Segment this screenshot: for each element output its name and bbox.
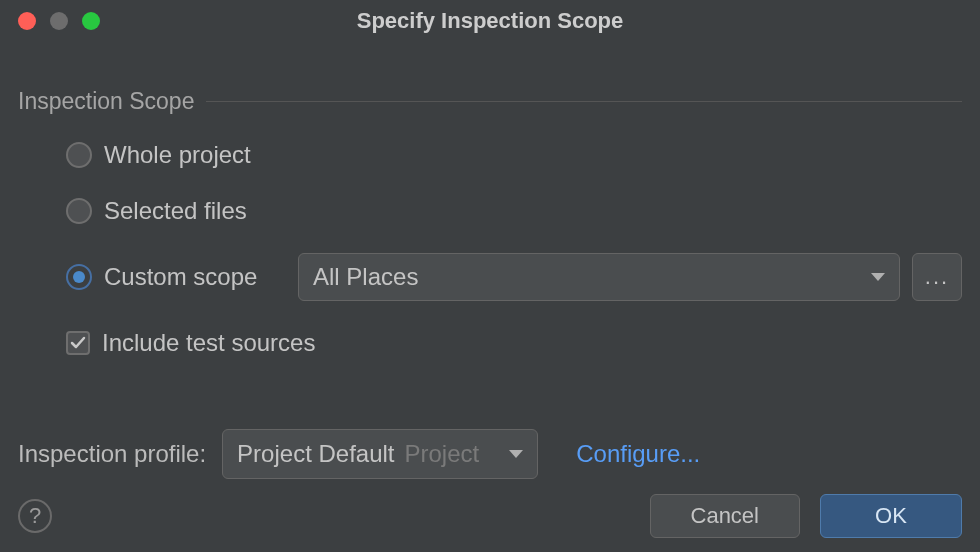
zoom-window-button[interactable] xyxy=(82,12,100,30)
include-test-sources-checkbox[interactable]: Include test sources xyxy=(66,329,962,357)
section-header: Inspection Scope xyxy=(18,88,962,115)
section-label: Inspection Scope xyxy=(18,88,194,115)
checkbox-icon xyxy=(66,331,90,355)
section-divider xyxy=(206,101,962,102)
radio-icon xyxy=(66,264,92,290)
help-icon: ? xyxy=(29,503,41,529)
minimize-window-button[interactable] xyxy=(50,12,68,30)
ellipsis-icon: ... xyxy=(925,264,949,290)
radio-custom-scope[interactable]: Custom scope xyxy=(66,263,286,291)
ok-button[interactable]: OK xyxy=(820,494,962,538)
checkbox-label: Include test sources xyxy=(102,329,315,357)
custom-scope-combobox[interactable]: All Places xyxy=(298,253,900,301)
close-window-button[interactable] xyxy=(18,12,36,30)
titlebar: Specify Inspection Scope xyxy=(0,0,980,42)
profile-subvalue: Project xyxy=(405,440,480,468)
help-button[interactable]: ? xyxy=(18,499,52,533)
scope-browse-button[interactable]: ... xyxy=(912,253,962,301)
radio-icon xyxy=(66,198,92,224)
inspection-profile-label: Inspection profile: xyxy=(18,440,206,468)
inspection-profile-combobox[interactable]: Project Default Project xyxy=(222,429,538,479)
radio-label: Whole project xyxy=(104,141,251,169)
radio-selected-files[interactable]: Selected files xyxy=(66,197,962,225)
traffic-lights xyxy=(18,12,100,30)
radio-label: Custom scope xyxy=(104,263,257,291)
chevron-down-icon xyxy=(509,450,523,458)
radio-icon xyxy=(66,142,92,168)
cancel-button[interactable]: Cancel xyxy=(650,494,800,538)
profile-value: Project Default xyxy=(237,440,394,468)
dialog-title: Specify Inspection Scope xyxy=(18,8,962,34)
configure-link[interactable]: Configure... xyxy=(576,440,700,468)
radio-whole-project[interactable]: Whole project xyxy=(66,141,962,169)
combo-value: All Places xyxy=(313,263,418,291)
chevron-down-icon xyxy=(871,273,885,281)
radio-label: Selected files xyxy=(104,197,247,225)
